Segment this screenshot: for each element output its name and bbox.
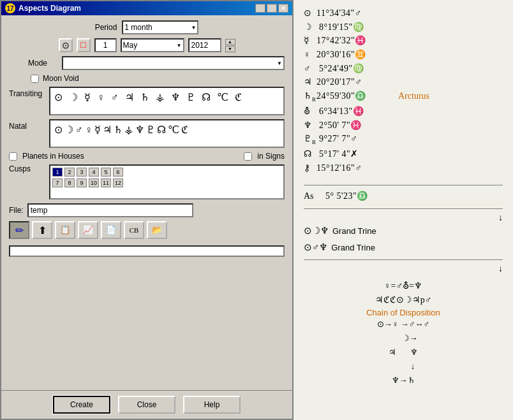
- transiting-label: Transiting: [9, 87, 44, 98]
- moon-void-label: Moon Void: [43, 74, 79, 83]
- mode-label: Mode: [28, 59, 57, 68]
- divider-1: [304, 185, 503, 185]
- dialog-footer: Create Close Help: [1, 390, 292, 419]
- period-select[interactable]: 1 month 2 months 3 months 6 months 1 yea…: [122, 20, 198, 34]
- chain-syms-2: ♃ℭℭ⊙☽♃p♂: [304, 293, 503, 307]
- mode-select-wrapper: [62, 56, 285, 70]
- maximize-button[interactable]: □: [267, 4, 277, 13]
- transiting-row: Transiting ⊙ ☽ ☿ ♀ ♂ ♃ ♄ ⚶ ♆ ♇ ☊ ℃ ℭ: [9, 87, 285, 115]
- cusps-row-2: 7 8 9 10 11 12: [52, 178, 281, 187]
- dialog-icon: 17: [5, 3, 15, 13]
- chain-line-3: ♃ ♆: [304, 345, 503, 359]
- chain-line-2: ☽→: [316, 331, 503, 345]
- file-input[interactable]: [27, 203, 193, 217]
- cusp-2[interactable]: 2: [64, 168, 75, 177]
- month-year-row: ⊙ □ May JanuaryFebruaryMarch AprilJuneJu…: [9, 38, 285, 52]
- cusp-7[interactable]: 7: [52, 178, 63, 187]
- title-bar-left: 17 Aspects Diagram: [5, 3, 81, 13]
- divider-3: [304, 259, 503, 260]
- cusp-3[interactable]: 3: [77, 168, 87, 177]
- period-number-input[interactable]: [94, 38, 117, 52]
- planet-mercury: ☿ 17°42'32"♓: [304, 34, 503, 48]
- arrow-1-row: ↓: [304, 213, 503, 223]
- planet-node: ☊ 5°17' 4"✗: [304, 147, 503, 161]
- open-button[interactable]: 📂: [147, 221, 167, 239]
- minimize-button[interactable]: _: [255, 4, 265, 13]
- cusps-row: Cusps 1 2 3 4 5 6 7 8 9 10 11 12: [9, 164, 285, 199]
- planet-uranus: ⛢ 6°34'13"♓: [304, 105, 503, 119]
- transiting-planets[interactable]: ⊙ ☽ ☿ ♀ ♂ ♃ ♄ ⚶ ♆ ♇ ☊ ℃ ℭ: [49, 87, 285, 115]
- aspect-grand-trine-2: ⊙♂♆ Grand Trine: [304, 240, 503, 256]
- right-panel: ⊙ 11°34'34"♂ ☽ 8°19'15"♍ ☿ 17°42'32"♓ ♀ …: [294, 0, 513, 420]
- planet-neptune: ♆ 2°50' 7"♓: [304, 119, 503, 133]
- cusp-12[interactable]: 12: [113, 178, 123, 187]
- year-up-button[interactable]: ▲: [225, 39, 235, 45]
- cusps-row-1: 1 2 3 4 5 6: [52, 168, 281, 177]
- nav-icon-2[interactable]: □: [77, 38, 91, 52]
- chain-section: ♀=♂⛢=♆ ♃ℭℭ⊙☽♃p♂ Chain of Disposition ⊙→♀…: [304, 279, 503, 387]
- cusp-5[interactable]: 5: [101, 168, 111, 177]
- year-input[interactable]: [188, 38, 221, 52]
- arrow-2-row: ↓: [304, 264, 503, 274]
- arrow-down-2: ↓: [498, 264, 503, 274]
- chain-diagram: ⊙→♀ →♂↔♂ ☽→ ♃ ♆ ↓ ♆→♄: [304, 317, 503, 387]
- mode-row: Mode: [9, 56, 285, 70]
- close-button[interactable]: ✕: [278, 4, 288, 13]
- cusp-9[interactable]: 9: [77, 178, 87, 187]
- dialog-body: Period 1 month 2 months 3 months 6 month…: [1, 15, 292, 390]
- nav-icon-1[interactable]: ⊙: [59, 38, 73, 52]
- aspect-grand-trine-1: ⊙☽♆ Grand Trine: [304, 223, 503, 240]
- planet-table: ⊙ 11°34'34"♂ ☽ 8°19'15"♍ ☿ 17°42'32"♓ ♀ …: [304, 6, 503, 175]
- grand-trine-2-text: Grand Trine: [331, 241, 375, 255]
- help-button[interactable]: Help: [183, 396, 241, 414]
- chain-line-5: ♆→♄: [304, 373, 503, 387]
- cusp-8[interactable]: 8: [64, 178, 75, 187]
- moon-void-row: Moon Void: [11, 74, 285, 83]
- natal-planets[interactable]: ⊙☽♂♀☿♃♄⚶♆♇☊℃ℭ: [49, 119, 285, 148]
- in-signs-checkbox[interactable]: [244, 152, 252, 161]
- cusp-11[interactable]: 11: [101, 178, 111, 187]
- cusp-4[interactable]: 4: [89, 168, 99, 177]
- year-down-button[interactable]: ▼: [225, 46, 235, 52]
- copy-button[interactable]: CB: [124, 221, 144, 239]
- cusp-1[interactable]: 1: [52, 168, 63, 177]
- upload-button[interactable]: ⬆: [32, 221, 52, 239]
- planets-in-houses-checkbox[interactable]: [9, 152, 17, 161]
- cusp-10[interactable]: 10: [89, 178, 99, 187]
- edit-button[interactable]: ✏: [9, 221, 29, 239]
- planet-saturn: ♄R 24°59'30"♎ Arcturus: [304, 89, 503, 105]
- planets-in-houses-label: Planets in Houses: [22, 152, 84, 161]
- chain-line-4: ↓: [323, 359, 503, 373]
- planet-moon: ☽ 8°19'15"♍: [304, 20, 503, 34]
- natal-label: Natal: [9, 119, 44, 131]
- moon-void-checkbox[interactable]: [31, 75, 39, 83]
- cusps-area: 1 2 3 4 5 6 7 8 9 10 11 12: [49, 164, 285, 199]
- planet-chiron: ⚷ 15°12'16"♂: [304, 161, 503, 175]
- chain-line-1: ⊙→♀ →♂↔♂: [304, 317, 503, 331]
- title-buttons: _ □ ✕: [255, 4, 288, 13]
- month-select[interactable]: May JanuaryFebruaryMarch AprilJuneJuly A…: [121, 38, 184, 52]
- houses-signs-row: Planets in Houses in Signs: [9, 152, 285, 161]
- report-button[interactable]: 📋: [55, 221, 75, 239]
- mode-select[interactable]: [62, 56, 285, 70]
- toolbar-row: ✏ ⬆ 📋 📈 📄 CB 📂: [9, 221, 285, 239]
- period-select-wrapper: 1 month 2 months 3 months 6 months 1 yea…: [122, 20, 198, 34]
- new-button[interactable]: 📄: [101, 221, 121, 239]
- arrow-down-1: ↓: [498, 213, 503, 223]
- chart-button[interactable]: 📈: [78, 221, 98, 239]
- cusp-6[interactable]: 6: [113, 168, 123, 177]
- cusps-label: Cusps: [9, 164, 44, 173]
- aspects-dialog: 17 Aspects Diagram _ □ ✕ Period 1 month …: [0, 0, 294, 420]
- chain-syms-1: ♀=♂⛢=♆: [304, 279, 503, 293]
- create-button[interactable]: Create: [53, 396, 110, 414]
- divider-2: [304, 208, 503, 209]
- file-row: File:: [9, 203, 285, 217]
- chain-label: Chain of Disposition: [304, 308, 503, 317]
- grand-trine-1-text: Grand Trine: [332, 224, 376, 238]
- close-dialog-button[interactable]: Close: [118, 396, 175, 414]
- planet-pluto: ♇R 9°27' 7"♂: [304, 132, 503, 147]
- planet-jupiter: ♃ 20°20'17"♂: [304, 75, 503, 89]
- ascendant-row: As 5° 5'23"♎: [304, 189, 503, 203]
- dialog-title: Aspects Diagram: [19, 4, 81, 13]
- year-nav-buttons: ▲ ▼: [225, 39, 235, 52]
